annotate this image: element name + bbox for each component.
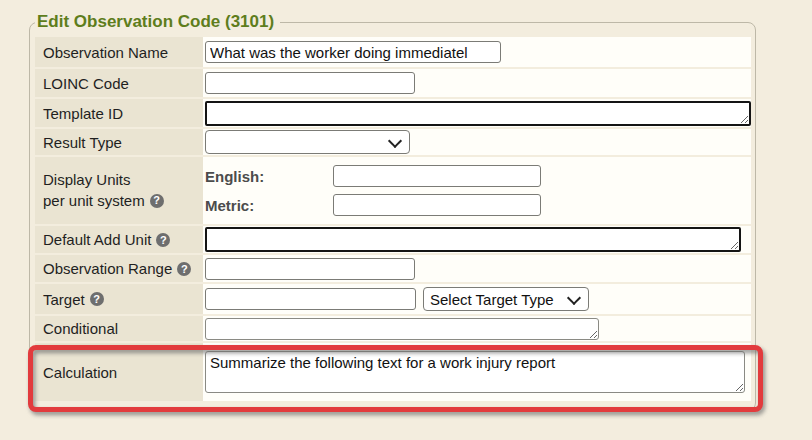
form-table: Observation Name LOINC Code Template ID: [35, 37, 751, 401]
default-add-unit-textarea[interactable]: [205, 227, 741, 252]
row-target: Target ? Select Target Type: [35, 284, 751, 314]
english-units-input[interactable]: [333, 165, 541, 187]
help-icon[interactable]: ?: [90, 292, 104, 306]
page: Edit Observation Code (3101) Observation…: [0, 0, 812, 440]
observation-range-label: Observation Range: [43, 260, 172, 277]
target-input[interactable]: [205, 288, 416, 310]
row-display-units: Display Units per unit system ? English:: [35, 157, 751, 224]
row-default-add-unit: Default Add Unit ?: [35, 226, 751, 253]
result-type-select[interactable]: [205, 130, 410, 154]
observation-name-label: Observation Name: [43, 44, 168, 61]
page-title: Edit Observation Code (3101): [35, 12, 280, 32]
conditional-textarea[interactable]: [205, 318, 599, 340]
metric-units-input[interactable]: [333, 194, 541, 216]
edit-observation-code-fieldset: Edit Observation Code (3101) Observation…: [29, 12, 756, 411]
conditional-label: Conditional: [43, 320, 118, 337]
row-observation-range: Observation Range ?: [35, 255, 751, 282]
calculation-label: Calculation: [43, 364, 117, 381]
metric-units-label: Metric:: [205, 197, 333, 214]
help-icon[interactable]: ?: [177, 262, 191, 276]
result-type-label: Result Type: [43, 134, 122, 151]
loinc-code-label: LOINC Code: [43, 75, 129, 92]
row-loinc-code: LOINC Code: [35, 69, 751, 97]
target-label: Target: [43, 291, 85, 308]
template-id-label: Template ID: [43, 105, 123, 122]
display-units-label-line2: per unit system: [43, 191, 145, 211]
row-template-id: Template ID: [35, 99, 751, 127]
calculation-textarea[interactable]: Summarize the following text for a work …: [205, 351, 745, 393]
row-result-type: Result Type: [35, 129, 751, 155]
default-add-unit-label: Default Add Unit: [43, 231, 151, 248]
help-icon[interactable]: ?: [150, 194, 164, 208]
observation-range-input[interactable]: [205, 258, 415, 280]
row-observation-name: Observation Name: [35, 37, 751, 67]
row-calculation: Calculation Summarize the following text…: [35, 343, 751, 401]
row-conditional: Conditional: [35, 316, 751, 341]
help-icon[interactable]: ?: [156, 233, 170, 247]
observation-name-input[interactable]: [205, 41, 501, 63]
template-id-textarea[interactable]: [205, 101, 751, 126]
display-units-label-line1: Display Units: [43, 170, 164, 190]
english-units-label: English:: [205, 168, 333, 185]
target-type-select[interactable]: Select Target Type: [423, 287, 589, 311]
loinc-code-input[interactable]: [205, 72, 415, 94]
